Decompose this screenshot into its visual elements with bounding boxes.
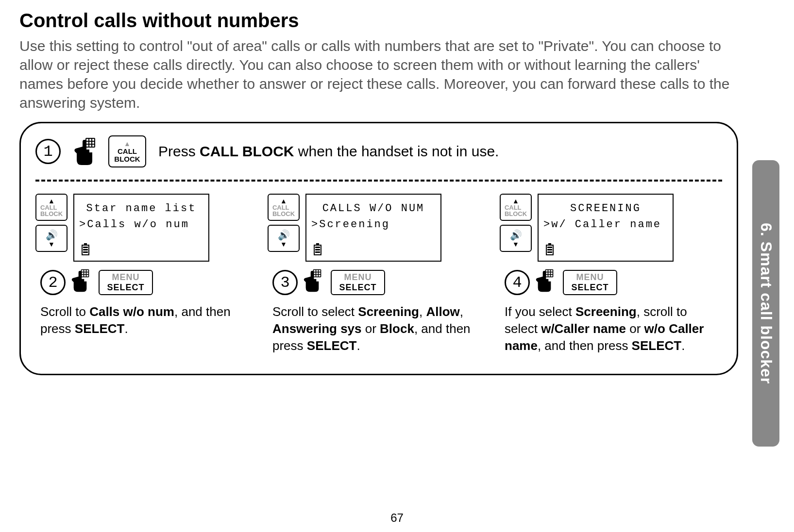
svg-rect-43 bbox=[547, 249, 552, 250]
nav-down-button[interactable]: 🔊 ▼ bbox=[35, 225, 68, 252]
down-arrow-icon: ▼ bbox=[48, 241, 55, 248]
speaker-icon: 🔊 bbox=[278, 229, 290, 241]
action-row-4: 4 MENU SELECT bbox=[505, 269, 722, 296]
lcd-line2: >w/ Caller name bbox=[543, 216, 668, 233]
svg-rect-27 bbox=[315, 247, 320, 248]
svg-rect-9 bbox=[92, 145, 94, 147]
svg-rect-52 bbox=[546, 275, 547, 276]
lcd-screen-2: Star name list >Calls w/o num bbox=[73, 194, 209, 262]
step-col-2: ▲ CALLBLOCK 🔊 ▼ Star name list >Calls w/… bbox=[35, 194, 258, 354]
svg-rect-23 bbox=[84, 275, 85, 276]
battery-icon bbox=[313, 243, 322, 256]
step-number-3: 3 bbox=[272, 270, 298, 295]
svg-rect-6 bbox=[92, 142, 94, 144]
svg-rect-7 bbox=[86, 145, 88, 147]
step-number-1: 1 bbox=[35, 139, 61, 164]
svg-rect-28 bbox=[315, 249, 320, 250]
svg-rect-38 bbox=[316, 275, 318, 276]
svg-rect-17 bbox=[84, 270, 85, 271]
svg-rect-12 bbox=[83, 247, 88, 248]
divider bbox=[35, 180, 722, 182]
svg-rect-16 bbox=[82, 270, 83, 271]
svg-rect-21 bbox=[86, 272, 88, 274]
nav-call-block-label: CALLBLOCK bbox=[40, 204, 63, 217]
menu-label: MENU bbox=[344, 272, 372, 283]
svg-rect-3 bbox=[92, 139, 94, 141]
step-text-3: Scroll to select Screening, Allow, Answe… bbox=[272, 303, 490, 354]
nav-up-button[interactable]: ▲ CALLBLOCK bbox=[268, 194, 300, 221]
step-text-4: If you select Screening, scroll to selec… bbox=[505, 303, 722, 354]
svg-rect-42 bbox=[547, 247, 552, 248]
svg-rect-53 bbox=[548, 275, 550, 276]
svg-rect-22 bbox=[82, 275, 83, 276]
nav-call-block-label: CALLBLOCK bbox=[272, 204, 295, 217]
intro-text: Use this setting to control "out of area… bbox=[19, 36, 738, 112]
hand-press-icon bbox=[70, 269, 94, 296]
step-col-4: ▲ CALLBLOCK 🔊 ▼ SCREENING >w/ Caller nam… bbox=[500, 194, 722, 354]
svg-rect-47 bbox=[548, 270, 550, 271]
step-number-4: 4 bbox=[505, 270, 530, 295]
svg-rect-5 bbox=[89, 142, 91, 144]
select-label: SELECT bbox=[339, 283, 376, 293]
svg-rect-35 bbox=[316, 272, 318, 274]
lcd-line1: Star name list bbox=[79, 200, 203, 216]
up-arrow-icon: ▲ bbox=[280, 198, 287, 204]
lcd-line1: CALLS W/O NUM bbox=[311, 200, 436, 216]
svg-rect-29 bbox=[315, 251, 320, 253]
svg-rect-39 bbox=[319, 275, 320, 276]
svg-rect-8 bbox=[89, 145, 91, 147]
svg-rect-31 bbox=[314, 270, 315, 271]
sidebar-tab: 6. Smart call blocker bbox=[752, 160, 779, 447]
menu-select-button[interactable]: MENU SELECT bbox=[99, 270, 153, 295]
svg-rect-54 bbox=[551, 275, 552, 276]
svg-rect-2 bbox=[89, 139, 91, 141]
svg-rect-34 bbox=[314, 272, 315, 274]
menu-select-button[interactable]: MENU SELECT bbox=[563, 270, 617, 295]
battery-icon bbox=[545, 243, 554, 256]
nav-down-button[interactable]: 🔊 ▼ bbox=[268, 225, 300, 252]
lcd-screen-4: SCREENING >w/ Caller name bbox=[538, 194, 674, 262]
step-text-2: Scroll to Calls w/o num, and then press … bbox=[40, 303, 258, 337]
svg-rect-14 bbox=[83, 251, 88, 253]
svg-rect-49 bbox=[546, 272, 547, 274]
action-row-3: 3 MENU SELECT bbox=[272, 269, 490, 296]
battery-icon bbox=[81, 243, 90, 256]
nav-up-button[interactable]: ▲ CALLBLOCK bbox=[500, 194, 532, 221]
svg-rect-50 bbox=[548, 272, 550, 274]
nav-up-button[interactable]: ▲ CALLBLOCK bbox=[35, 194, 68, 221]
step1-text: Press CALL BLOCK when the handset is not… bbox=[158, 143, 499, 160]
lcd-line1: SCREENING bbox=[543, 200, 668, 216]
action-row-2: 2 MENU SELECT bbox=[40, 269, 258, 296]
instruction-panel: 1 ▲ CALLBLOCK Press CALL BLOCK when the … bbox=[19, 122, 738, 375]
svg-rect-32 bbox=[316, 270, 318, 271]
svg-rect-19 bbox=[82, 272, 83, 274]
speaker-icon: 🔊 bbox=[46, 229, 58, 241]
menu-label: MENU bbox=[112, 272, 140, 283]
svg-rect-44 bbox=[547, 251, 552, 253]
svg-rect-48 bbox=[551, 270, 552, 271]
svg-rect-46 bbox=[546, 270, 547, 271]
steps-row: ▲ CALLBLOCK 🔊 ▼ Star name list >Calls w/… bbox=[35, 194, 722, 354]
call-block-label: CALLBLOCK bbox=[114, 148, 140, 164]
lcd-line2: >Calls w/o num bbox=[79, 216, 203, 233]
down-arrow-icon: ▼ bbox=[280, 241, 287, 248]
svg-rect-13 bbox=[83, 249, 88, 250]
down-arrow-icon: ▼ bbox=[512, 241, 519, 248]
lcd-screen-3: CALLS W/O NUM >Screening bbox=[305, 194, 441, 262]
menu-select-button[interactable]: MENU SELECT bbox=[331, 270, 385, 295]
up-arrow-icon: ▲ bbox=[48, 198, 55, 204]
svg-rect-33 bbox=[319, 270, 320, 271]
step1-row: 1 ▲ CALLBLOCK Press CALL BLOCK when the … bbox=[35, 135, 722, 167]
hand-press-icon bbox=[73, 138, 96, 165]
select-label: SELECT bbox=[107, 283, 144, 293]
menu-label: MENU bbox=[576, 272, 604, 283]
nav-call-block-label: CALLBLOCK bbox=[505, 204, 527, 217]
svg-rect-1 bbox=[86, 139, 88, 141]
nav-down-button[interactable]: 🔊 ▼ bbox=[500, 225, 532, 252]
speaker-icon: 🔊 bbox=[510, 229, 522, 241]
up-arrow-icon: ▲ bbox=[124, 140, 131, 148]
svg-rect-18 bbox=[86, 270, 88, 271]
step-number-2: 2 bbox=[40, 270, 66, 295]
svg-rect-51 bbox=[551, 272, 552, 274]
call-block-button[interactable]: ▲ CALLBLOCK bbox=[108, 135, 146, 167]
